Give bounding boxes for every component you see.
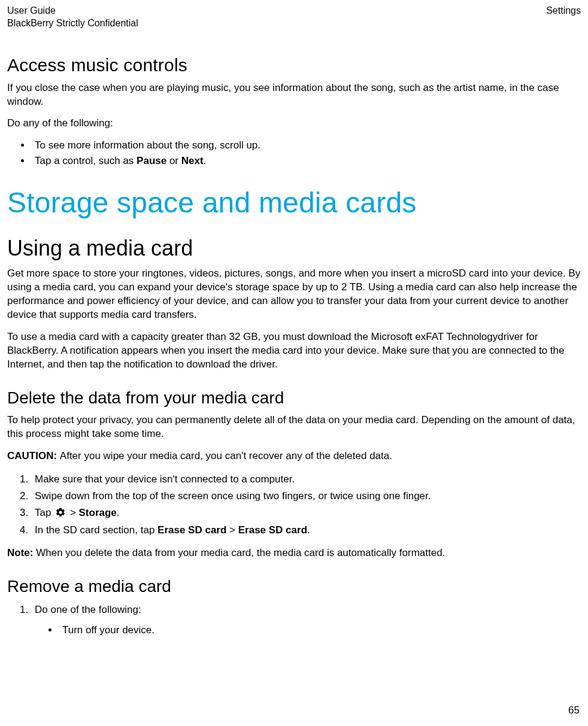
bold-next: Next [181, 155, 204, 166]
list-item: In the SD card section, tap Erase SD car… [31, 523, 581, 538]
step-text-post: . [307, 524, 310, 536]
para-music-intro: If you close the case when you are playi… [7, 81, 581, 109]
page-header: User Guide BlackBerry Strictly Confident… [7, 5, 581, 30]
para-music-do: Do any of the following: [7, 117, 581, 130]
list-item: Tap > Storage. [31, 505, 581, 521]
para-caution: CAUTION: After you wipe your media card,… [7, 449, 581, 463]
list-item: Make sure that your device isn't connect… [31, 472, 581, 487]
bullet-text: To see more information about the song, … [35, 139, 260, 151]
bold-erase-1: Erase SD card [157, 524, 226, 536]
header-section-label: Settings [546, 5, 581, 17]
note-label: Note: [7, 547, 36, 558]
bold-pause: Pause [137, 155, 166, 166]
caution-text: After you wipe your media card, you can'… [60, 450, 392, 461]
bold-erase-2: Erase SD card [238, 524, 307, 536]
list-item: Do one of the following: Turn off your d… [31, 602, 581, 637]
heading-using-media: Using a media card [7, 236, 581, 261]
heading-storage-chapter: Storage space and media cards [7, 186, 581, 219]
delete-steps: Make sure that your device isn't connect… [7, 472, 581, 538]
bullet-text-mid: or [166, 155, 181, 166]
heading-delete-data: Delete the data from your media card [7, 388, 581, 408]
bullet-text-pre: Tap a control, such as [35, 155, 137, 166]
para-note: Note: When you delete the data from your… [7, 546, 581, 560]
step-text-mid: > [226, 524, 238, 536]
step-text-mid: > [70, 507, 79, 518]
header-right: Settings [546, 5, 581, 30]
heading-remove-media: Remove a media card [7, 577, 581, 596]
para-media-2: To use a media card with a capacity grea… [7, 330, 581, 372]
music-bullets: To see more information about the song, … [7, 139, 581, 168]
bullet-text-post: . [204, 155, 207, 166]
list-item: To see more information about the song, … [31, 139, 581, 153]
bullet-text: Turn off your device. [62, 624, 154, 636]
remove-sub-bullets: Turn off your device. [35, 624, 581, 637]
list-item: Tap a control, such as Pause or Next. [31, 154, 581, 168]
caution-label: CAUTION: [7, 450, 60, 461]
bold-storage: Storage [79, 507, 117, 518]
remove-steps: Do one of the following: Turn off your d… [7, 602, 581, 637]
header-guide-label: User Guide [7, 5, 138, 17]
step-text: Do one of the following: [35, 604, 141, 615]
header-confidential-label: BlackBerry Strictly Confidential [7, 17, 138, 30]
page-number: 65 [568, 704, 580, 716]
step-text: Make sure that your device isn't connect… [35, 473, 295, 485]
step-text-pre: Tap [35, 507, 54, 518]
step-text: Swipe down from the top of the screen on… [35, 490, 431, 502]
list-item: Swipe down from the top of the screen on… [31, 488, 581, 504]
para-media-1: Get more space to store your ringtones, … [7, 267, 581, 322]
page: User Guide BlackBerry Strictly Confident… [0, 0, 588, 726]
gear-icon [55, 507, 66, 518]
list-item: Turn off your device. [59, 624, 581, 637]
header-left: User Guide BlackBerry Strictly Confident… [7, 5, 138, 30]
step-text-post: . [117, 507, 120, 518]
para-delete-1: To help protect your privacy, you can pe… [7, 414, 581, 441]
note-text: When you delete the data from your media… [36, 547, 445, 558]
step-text-pre: In the SD card section, tap [35, 524, 157, 536]
heading-access-music: Access music controls [7, 55, 581, 75]
